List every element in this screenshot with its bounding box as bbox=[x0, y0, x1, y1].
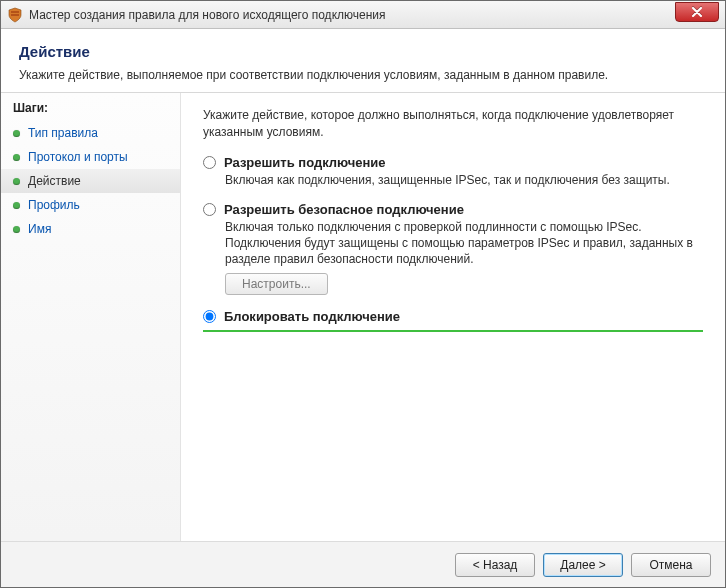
option-desc: Включая только подключения с проверкой п… bbox=[225, 219, 703, 268]
step-rule-type[interactable]: Тип правила bbox=[1, 121, 180, 145]
step-profile[interactable]: Профиль bbox=[1, 193, 180, 217]
option-allow-secure: Разрешить безопасное подключение Включая… bbox=[203, 202, 703, 296]
steps-sidebar: Шаги: Тип правила Протокол и порты Дейст… bbox=[1, 93, 181, 586]
steps-label: Шаги: bbox=[1, 101, 180, 121]
instruction-text: Укажите действие, которое должно выполня… bbox=[203, 107, 703, 141]
cancel-button[interactable]: Отмена bbox=[631, 553, 711, 577]
step-label: Профиль bbox=[28, 198, 80, 212]
step-label: Имя bbox=[28, 222, 51, 236]
page-header: Действие Укажите действие, выполняемое п… bbox=[1, 29, 725, 93]
bullet-icon bbox=[13, 154, 20, 161]
page-subtitle: Укажите действие, выполняемое при соотве… bbox=[19, 68, 707, 82]
option-title: Блокировать подключение bbox=[224, 309, 400, 324]
step-action[interactable]: Действие bbox=[1, 169, 180, 193]
close-button[interactable] bbox=[675, 2, 719, 22]
page-title: Действие bbox=[19, 43, 707, 60]
svg-rect-0 bbox=[11, 11, 19, 13]
radio-allow-secure[interactable] bbox=[203, 203, 216, 216]
radio-allow[interactable] bbox=[203, 156, 216, 169]
option-block: Блокировать подключение bbox=[203, 309, 703, 332]
window-title: Мастер создания правила для нового исход… bbox=[29, 8, 386, 22]
option-title: Разрешить подключение bbox=[224, 155, 386, 170]
footer: < Назад Далее > Отмена bbox=[1, 541, 725, 587]
option-desc: Включая как подключения, защищенные IPSe… bbox=[225, 172, 703, 188]
body: Шаги: Тип правила Протокол и порты Дейст… bbox=[1, 93, 725, 586]
option-allow: Разрешить подключение Включая как подклю… bbox=[203, 155, 703, 188]
bullet-icon bbox=[13, 202, 20, 209]
main-panel: Укажите действие, которое должно выполня… bbox=[181, 93, 725, 586]
bullet-icon bbox=[13, 178, 20, 185]
bullet-icon bbox=[13, 130, 20, 137]
step-protocol-ports[interactable]: Протокол и порты bbox=[1, 145, 180, 169]
titlebar: Мастер создания правила для нового исход… bbox=[1, 1, 725, 29]
step-name[interactable]: Имя bbox=[1, 217, 180, 241]
step-label: Протокол и порты bbox=[28, 150, 128, 164]
radio-block[interactable] bbox=[203, 310, 216, 323]
wizard-window: Мастер создания правила для нового исход… bbox=[0, 0, 726, 588]
option-allow-secure-radio-line[interactable]: Разрешить безопасное подключение bbox=[203, 202, 703, 217]
step-label: Тип правила bbox=[28, 126, 98, 140]
option-block-radio-line[interactable]: Блокировать подключение bbox=[203, 309, 703, 324]
back-button[interactable]: < Назад bbox=[455, 553, 535, 577]
configure-button: Настроить... bbox=[225, 273, 328, 295]
step-label: Действие bbox=[28, 174, 81, 188]
next-button[interactable]: Далее > bbox=[543, 553, 623, 577]
svg-rect-1 bbox=[11, 14, 19, 16]
option-title: Разрешить безопасное подключение bbox=[224, 202, 464, 217]
bullet-icon bbox=[13, 226, 20, 233]
option-allow-radio-line[interactable]: Разрешить подключение bbox=[203, 155, 703, 170]
firewall-icon bbox=[7, 7, 23, 23]
